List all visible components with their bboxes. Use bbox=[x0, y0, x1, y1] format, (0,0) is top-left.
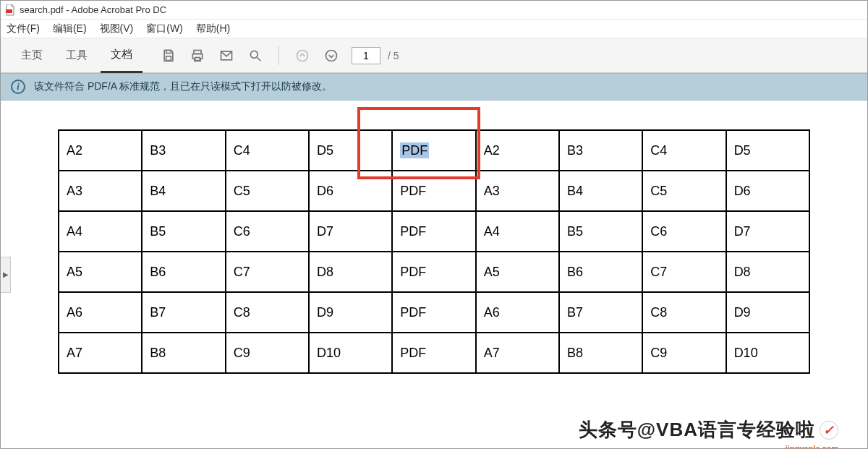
svg-point-9 bbox=[326, 50, 337, 61]
pdf-page: A2B3C4D5PDFA2B3C4D5A3B4C5D6PDFA3B4C5D6A4… bbox=[58, 129, 810, 374]
menu-help[interactable]: 帮助(H) bbox=[196, 22, 230, 35]
table-cell: PDF bbox=[392, 211, 475, 252]
table-cell: B6 bbox=[559, 252, 642, 292]
table-cell: A6 bbox=[476, 292, 559, 333]
table-cell: C6 bbox=[226, 211, 309, 252]
tab-tools[interactable]: 工具 bbox=[56, 38, 98, 73]
table-cell: A2 bbox=[59, 130, 142, 171]
watermark-text: 头条号@VBA语言专经验啦 ✓ bbox=[579, 417, 838, 442]
table-cell: A4 bbox=[476, 211, 559, 252]
print-icon[interactable] bbox=[184, 43, 210, 69]
app-window: search.pdf - Adobe Acrobat Pro DC 文件(F) … bbox=[0, 0, 868, 449]
page-number-input[interactable] bbox=[352, 47, 380, 64]
info-bar: i 该文件符合 PDF/A 标准规范，且已在只读模式下打开以防被修改。 bbox=[1, 73, 867, 101]
title-bar: search.pdf - Adobe Acrobat Pro DC bbox=[1, 1, 867, 20]
table-row: A5B6C7D8PDFA5B6C7D8 bbox=[59, 252, 809, 292]
table-cell: C5 bbox=[226, 171, 309, 211]
table-cell: D5 bbox=[726, 130, 809, 171]
table-cell: B3 bbox=[559, 130, 642, 171]
save-icon[interactable] bbox=[156, 43, 182, 69]
page-total-label: / 5 bbox=[388, 50, 399, 61]
info-message: 该文件符合 PDF/A 标准规范，且已在只读模式下打开以防被修改。 bbox=[34, 80, 332, 93]
toolbar-separator bbox=[278, 46, 279, 65]
table-cell: D9 bbox=[726, 292, 809, 333]
document-viewport[interactable]: ▶ A2B3C4D5PDFA2B3C4D5A3B4C5D6PDFA3B4C5D6… bbox=[1, 101, 867, 448]
table-cell: C8 bbox=[226, 292, 309, 333]
menu-file[interactable]: 文件(F) bbox=[7, 22, 40, 35]
table-cell: C4 bbox=[642, 130, 726, 171]
table-cell: B4 bbox=[559, 171, 642, 211]
page-down-icon[interactable] bbox=[318, 43, 344, 69]
table-cell: B5 bbox=[142, 211, 225, 252]
table-cell: A6 bbox=[59, 292, 142, 333]
table-cell: B8 bbox=[142, 333, 225, 373]
table-cell: B7 bbox=[559, 292, 642, 333]
table-cell: D10 bbox=[309, 333, 392, 373]
tab-home[interactable]: 主页 bbox=[11, 38, 53, 73]
table-cell: D6 bbox=[726, 171, 809, 211]
document-table: A2B3C4D5PDFA2B3C4D5A3B4C5D6PDFA3B4C5D6A4… bbox=[58, 129, 810, 374]
table-cell: C4 bbox=[226, 130, 309, 171]
svg-point-8 bbox=[297, 50, 308, 61]
table-cell: PDF bbox=[392, 252, 475, 292]
search-icon[interactable] bbox=[242, 43, 268, 69]
table-cell: C9 bbox=[226, 333, 309, 373]
svg-point-6 bbox=[250, 51, 258, 58]
email-icon[interactable] bbox=[213, 43, 239, 69]
watermark-url: jingyanla.com bbox=[786, 444, 838, 448]
side-panel-toggle[interactable]: ▶ bbox=[1, 257, 11, 293]
table-cell: A4 bbox=[59, 211, 142, 252]
table-cell: C8 bbox=[642, 292, 726, 333]
table-cell: D6 bbox=[309, 171, 392, 211]
table-row: A4B5C6D7PDFA4B5C6D7 bbox=[59, 211, 809, 252]
table-cell: B7 bbox=[142, 292, 225, 333]
table-cell: B5 bbox=[559, 211, 642, 252]
table-cell: A7 bbox=[476, 333, 559, 373]
menu-view[interactable]: 视图(V) bbox=[100, 22, 134, 35]
table-cell: D8 bbox=[726, 252, 809, 292]
svg-line-7 bbox=[258, 57, 261, 61]
menu-window[interactable]: 窗口(W) bbox=[146, 22, 183, 35]
table-row: A3B4C5D6PDFA3B4C5D6 bbox=[59, 171, 809, 211]
table-cell: C7 bbox=[642, 252, 726, 292]
table-cell: D7 bbox=[726, 211, 809, 252]
menu-edit[interactable]: 编辑(E) bbox=[53, 22, 87, 35]
pdf-file-icon bbox=[5, 4, 15, 16]
table-cell: D8 bbox=[309, 252, 392, 292]
table-cell: A7 bbox=[59, 333, 142, 373]
table-cell: B4 bbox=[142, 171, 225, 211]
table-cell: D7 bbox=[309, 211, 392, 252]
svg-rect-1 bbox=[166, 50, 171, 53]
svg-rect-0 bbox=[6, 9, 12, 13]
table-cell: D10 bbox=[726, 333, 809, 373]
table-cell: PDF bbox=[392, 333, 475, 373]
table-cell: PDF bbox=[392, 130, 475, 171]
table-cell: D9 bbox=[309, 292, 392, 333]
svg-rect-2 bbox=[166, 56, 171, 60]
table-cell: PDF bbox=[392, 171, 475, 211]
table-row: A2B3C4D5PDFA2B3C4D5 bbox=[59, 130, 809, 171]
table-cell: C7 bbox=[226, 252, 309, 292]
table-cell: C9 bbox=[642, 333, 726, 373]
table-cell: C6 bbox=[642, 211, 726, 252]
table-cell: A5 bbox=[59, 252, 142, 292]
svg-rect-4 bbox=[195, 57, 200, 60]
table-cell: C5 bbox=[642, 171, 726, 211]
table-cell: A5 bbox=[476, 252, 559, 292]
toolbar: 主页 工具 文档 / 5 bbox=[1, 38, 867, 73]
table-cell: B3 bbox=[142, 130, 225, 171]
table-cell: B8 bbox=[559, 333, 642, 373]
tab-document[interactable]: 文档 bbox=[101, 38, 142, 73]
table-cell: A3 bbox=[59, 171, 142, 211]
menu-bar: 文件(F) 编辑(E) 视图(V) 窗口(W) 帮助(H) bbox=[1, 20, 867, 38]
table-cell: B6 bbox=[142, 252, 225, 292]
watermark-badge-icon: ✓ bbox=[820, 421, 838, 440]
table-cell: A2 bbox=[476, 130, 559, 171]
table-cell: PDF bbox=[392, 292, 475, 333]
info-icon: i bbox=[11, 80, 25, 94]
table-row: A6B7C8D9PDFA6B7C8D9 bbox=[59, 292, 809, 333]
selected-text: PDF bbox=[400, 142, 429, 158]
table-cell: D5 bbox=[309, 130, 392, 171]
table-row: A7B8C9D10PDFA7B8C9D10 bbox=[59, 333, 809, 373]
page-up-icon[interactable] bbox=[289, 43, 315, 69]
